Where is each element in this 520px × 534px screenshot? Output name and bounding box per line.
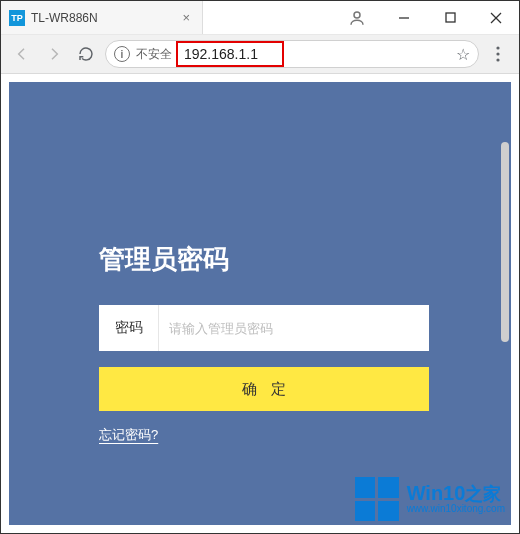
browser-menu-button[interactable]: [485, 41, 511, 67]
windows-logo-icon: [355, 477, 399, 521]
login-form: 管理员密码 密码 确定 忘记密码?: [99, 242, 429, 444]
watermark-url: www.win10xitong.com: [407, 504, 505, 515]
svg-point-5: [496, 46, 499, 49]
window-titlebar: TP TL-WR886N ×: [1, 1, 519, 35]
router-login-page: 管理员密码 密码 确定 忘记密码?: [9, 82, 511, 525]
minimize-button[interactable]: [381, 1, 427, 34]
favicon: TP: [9, 10, 25, 26]
site-info-icon[interactable]: i: [114, 46, 130, 62]
watermark: Win10之家 www.win10xitong.com: [355, 477, 505, 521]
password-label: 密码: [99, 305, 159, 351]
url-text: 192.168.1.1: [176, 41, 284, 67]
close-window-button[interactable]: [473, 1, 519, 34]
tab-close-button[interactable]: ×: [180, 10, 192, 25]
insecure-label: 不安全: [136, 46, 172, 63]
user-icon[interactable]: [337, 9, 377, 27]
bookmark-star-icon[interactable]: ☆: [456, 45, 470, 64]
window-controls: [381, 1, 519, 34]
vertical-scrollbar[interactable]: [501, 142, 509, 342]
address-bar[interactable]: i 不安全 192.168.1.1 ☆: [105, 40, 479, 68]
confirm-button[interactable]: 确定: [99, 367, 429, 411]
maximize-button[interactable]: [427, 1, 473, 34]
svg-point-6: [496, 52, 499, 55]
svg-point-0: [354, 12, 360, 18]
svg-rect-2: [446, 13, 455, 22]
reload-button[interactable]: [73, 41, 99, 67]
back-button[interactable]: [9, 41, 35, 67]
toolbar: i 不安全 192.168.1.1 ☆: [1, 35, 519, 74]
password-input[interactable]: [159, 305, 429, 351]
page-title: 管理员密码: [99, 242, 429, 277]
svg-point-7: [496, 58, 499, 61]
tab-title: TL-WR886N: [31, 11, 174, 25]
forward-button[interactable]: [41, 41, 67, 67]
watermark-brand: Win10之家: [407, 483, 505, 504]
browser-tab[interactable]: TP TL-WR886N ×: [1, 1, 203, 34]
password-row: 密码: [99, 305, 429, 351]
forgot-password-link[interactable]: 忘记密码?: [99, 426, 158, 444]
viewport: 管理员密码 密码 确定 忘记密码? Win10之家 www.win10xiton…: [1, 74, 519, 533]
titlebar-spacer: [203, 1, 381, 34]
